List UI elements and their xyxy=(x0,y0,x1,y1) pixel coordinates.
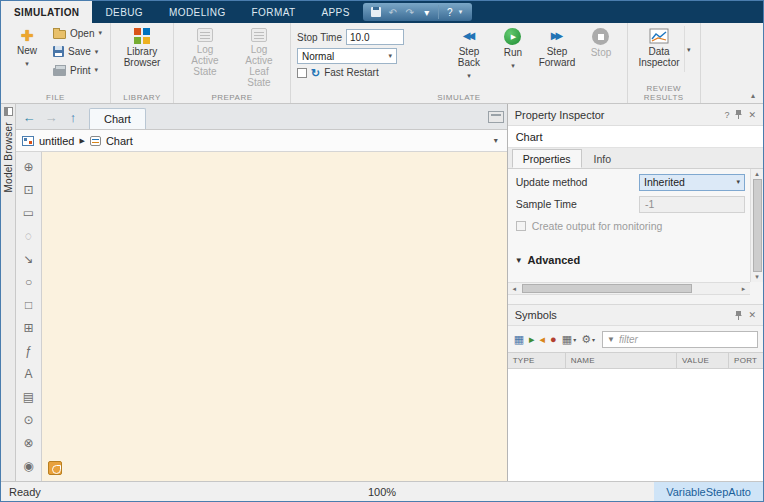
save-icon[interactable] xyxy=(368,4,384,20)
palette-function-button[interactable]: ƒ xyxy=(18,339,40,362)
file-small-buttons: Open ▾ Save ▾ Print ▾ xyxy=(51,26,104,76)
palette-annotation-button[interactable]: A xyxy=(18,362,40,385)
undo-icon[interactable]: ↶ xyxy=(385,4,401,20)
tab-properties[interactable]: Properties xyxy=(512,149,582,168)
scroll-up-icon[interactable]: ▴ xyxy=(755,170,759,178)
palette-state-button[interactable]: ▭ xyxy=(18,201,40,224)
solver-link[interactable]: VariableStepAuto xyxy=(654,482,763,501)
step-forward-button[interactable]: ▶▶ Step Forward xyxy=(537,26,577,70)
palette-connective-junction-button[interactable]: ○ xyxy=(18,270,40,293)
run-button[interactable]: ▶ Run ▾ xyxy=(493,26,533,73)
palette-truth-table-button[interactable]: ▤ xyxy=(18,385,40,408)
run-caret-icon: ▾ xyxy=(511,60,515,71)
file-section: ✚ New ▾ Open ▾ Save ▾ Print ▾ xyxy=(1,23,111,103)
log-active-leaf-state-button[interactable]: Log Active Leaf State xyxy=(234,26,284,90)
stop-time-input[interactable] xyxy=(346,29,404,45)
palette-fit-to-view-button[interactable]: ⊡ xyxy=(18,178,40,201)
scroll-right-icon[interactable]: ▸ xyxy=(737,285,750,293)
breadcrumb-chart[interactable]: Chart xyxy=(106,135,133,147)
library-browser-button[interactable]: Library Browser xyxy=(117,26,167,70)
navigate-forward-icon[interactable]: → xyxy=(41,107,61,127)
open-button[interactable]: Open ▾ xyxy=(51,27,104,39)
symbols-view-icon[interactable]: ▦▾ xyxy=(561,331,577,348)
palette-zoom-in-button[interactable]: ⊕ xyxy=(18,155,40,178)
chart-icon xyxy=(90,136,101,146)
inspector-close-icon[interactable]: ✕ xyxy=(748,110,756,120)
properties-vertical-scrollbar[interactable]: ▴ ▾ xyxy=(750,169,763,282)
scroll-down-icon[interactable]: ▾ xyxy=(755,273,759,281)
stateflow-badge-icon[interactable] xyxy=(48,461,62,475)
symbols-settings-icon[interactable]: ⚙▾ xyxy=(580,331,596,348)
vertical-scroll-thumb[interactable] xyxy=(753,179,762,272)
data-inspector-caret-icon[interactable]: ▾ xyxy=(684,26,694,72)
simulate-section-label: SIMULATE xyxy=(291,93,627,102)
log-active-state-button[interactable]: Log Active State xyxy=(180,26,230,79)
new-button[interactable]: ✚ New ▾ xyxy=(7,26,47,71)
help-icon[interactable]: ? xyxy=(442,4,458,20)
palette-default-transition-button[interactable]: ↘ xyxy=(18,247,40,270)
sample-time-input[interactable]: -1 xyxy=(639,196,745,213)
stateflow-canvas[interactable] xyxy=(42,152,507,481)
tab-format[interactable]: FORMAT xyxy=(239,1,309,23)
palette-simulink-state-button[interactable]: ⊞ xyxy=(18,316,40,339)
update-method-value: Inherited xyxy=(644,176,685,188)
palette-junction-button[interactable]: ⊙ xyxy=(18,408,40,431)
add-data-icon[interactable]: ▦ xyxy=(513,331,525,348)
settings-caret-icon: ▾ xyxy=(592,336,595,343)
symbols-close-icon[interactable]: ✕ xyxy=(748,310,756,320)
inspector-help-icon[interactable]: ? xyxy=(724,110,729,120)
column-header-type[interactable]: TYPE xyxy=(508,353,566,368)
tab-apps[interactable]: APPS xyxy=(308,1,362,23)
save-button[interactable]: Save ▾ xyxy=(51,46,104,57)
folder-icon xyxy=(53,30,66,39)
palette-target-button[interactable]: ◉ xyxy=(18,454,40,477)
data-inspector-icon xyxy=(649,28,669,44)
horizontal-scroll-thumb[interactable] xyxy=(522,284,692,293)
advanced-section-toggle[interactable]: ▼ Advanced xyxy=(508,250,750,270)
scroll-left-icon[interactable]: ◂ xyxy=(508,285,521,293)
column-header-value[interactable]: VALUE xyxy=(677,353,729,368)
breadcrumb-caret-icon[interactable]: ▾ xyxy=(491,136,501,145)
fast-restart-checkbox[interactable] xyxy=(297,68,307,78)
editor-area: ← → ↑ Chart untitled ▶ Chart ▾ ⊕ ⊡ ▭ xyxy=(16,104,507,481)
simulation-mode-dropdown[interactable]: Normal ▾ xyxy=(297,48,397,64)
stop-button[interactable]: Stop xyxy=(581,26,621,60)
column-header-port[interactable]: PORT xyxy=(729,353,763,368)
update-method-row: Update method Inherited ▾ xyxy=(508,171,750,193)
breadcrumb-model[interactable]: untitled xyxy=(39,135,74,147)
redo-icon[interactable]: ↷ xyxy=(402,4,418,20)
properties-horizontal-scrollbar[interactable]: ◂ ▸ xyxy=(508,282,750,295)
help-menu-caret-icon[interactable]: ▾ xyxy=(459,8,467,16)
column-header-name[interactable]: NAME xyxy=(566,353,677,368)
add-input-data-icon[interactable]: ▸ xyxy=(528,331,536,348)
symbols-table-body[interactable] xyxy=(508,369,763,481)
model-browser-strip[interactable]: Model Browser xyxy=(1,104,16,481)
canvas-options-icon[interactable] xyxy=(488,111,504,123)
breadcrumb: untitled ▶ Chart ▾ xyxy=(16,130,507,152)
print-button[interactable]: Print ▾ xyxy=(51,64,104,76)
document-tab-chart[interactable]: Chart xyxy=(89,108,146,129)
add-output-data-icon[interactable]: ◂ xyxy=(539,331,547,348)
tab-debug[interactable]: DEBUG xyxy=(92,1,156,23)
palette-box-button[interactable]: □ xyxy=(18,293,40,316)
collapse-ribbon-icon[interactable]: ▴ xyxy=(746,89,760,101)
breadcrumb-separator-icon: ▶ xyxy=(79,137,84,145)
navigate-back-icon[interactable]: ← xyxy=(19,107,39,127)
inspector-pin-icon[interactable] xyxy=(735,110,742,119)
tab-info[interactable]: Info xyxy=(583,149,623,168)
quick-access-more-icon[interactable]: ▾ xyxy=(419,4,435,20)
symbols-filter-input[interactable] xyxy=(619,334,753,345)
navigate-up-icon[interactable]: ↑ xyxy=(63,107,83,127)
update-method-dropdown[interactable]: Inherited ▾ xyxy=(639,174,745,191)
step-back-button[interactable]: ◀◀ Step Back ▾ xyxy=(449,26,489,83)
monitor-output-checkbox[interactable] xyxy=(516,221,526,231)
tab-modeling[interactable]: MODELING xyxy=(156,1,239,23)
data-inspector-button[interactable]: Data Inspector xyxy=(634,26,684,70)
canvas-row: ⊕ ⊡ ▭ ◌ ↘ ○ □ ⊞ ƒ A ▤ ⊙ ⊗ ◉ xyxy=(16,152,507,481)
tab-simulation[interactable]: SIMULATION xyxy=(1,1,92,23)
palette-history-junction-button[interactable]: ◌ xyxy=(18,224,40,247)
palette-cross-junction-button[interactable]: ⊗ xyxy=(18,431,40,454)
add-local-data-icon[interactable]: ● xyxy=(549,331,558,348)
symbols-pin-icon[interactable] xyxy=(735,311,742,320)
tool-palette: ⊕ ⊡ ▭ ◌ ↘ ○ □ ⊞ ƒ A ▤ ⊙ ⊗ ◉ xyxy=(16,152,42,481)
